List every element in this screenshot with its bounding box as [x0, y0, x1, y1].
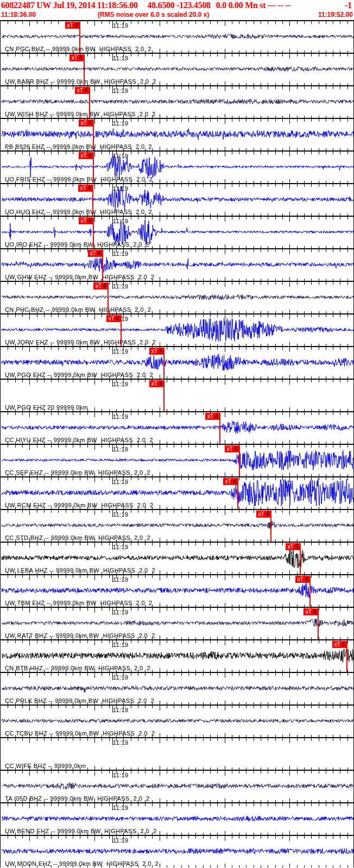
trace-row[interactable]: 11:19xT 4UW WISH BHZ -- 99999.0km BW HIG…	[1, 85, 353, 118]
pick-flag[interactable]: xT 4	[75, 87, 90, 94]
trace-row[interactable]: 11:19xT 4UW BABR BHZ -- 99999.0km BW HIG…	[1, 53, 353, 85]
ruler-tick	[94, 380, 95, 385]
ruler-tick	[22, 738, 23, 741]
ruler-tick	[340, 738, 340, 741]
pick-flag[interactable]: xT 4	[79, 152, 93, 159]
ruler-tick	[109, 380, 110, 382]
minute-label: 11:19	[113, 283, 128, 290]
trace-row[interactable]: 11:19xT 4UO IRO EHZ -- 99999.0km BW HIGH…	[1, 216, 353, 248]
trace-row[interactable]: 11:19CC WIFE BHZ -- 99999.0km	[1, 737, 353, 770]
window-end-time: 11:19:52.00	[318, 10, 353, 19]
trace-row[interactable]: 11:19xT 4UO HUO EHZ -- 99999.0km BW HIGH…	[1, 183, 353, 216]
ruler-tick	[94, 407, 95, 411]
minute-label: 11:19	[113, 641, 128, 648]
pick-flag[interactable]: xT 4	[225, 445, 239, 452]
trace-row[interactable]: 11:19UW MOON EHZ -- 99999.0km BW HIGHPAS…	[1, 835, 353, 867]
ruler-tick	[210, 380, 211, 382]
event-depth-mag: 0.0 0.00 Mn st --- -- --	[216, 1, 291, 10]
pick-flag[interactable]: xT 4	[78, 185, 93, 192]
pick-flag[interactable]: xT 4	[65, 22, 80, 29]
pick-flag[interactable]: xT 4	[149, 380, 164, 387]
minute-label: 11:19	[113, 479, 128, 485]
ruler-tick	[254, 738, 254, 741]
trace-row[interactable]: 11:19xT 4UW PGO EHZ -- 99999.0km BW HIGH…	[1, 346, 353, 379]
trace-row[interactable]: 11:19CC PRLK BHZ -- 99999.0km BW HIGHPAS…	[1, 672, 353, 705]
pick-flag[interactable]: xT 4	[256, 511, 271, 518]
minute-label: 11:19	[113, 804, 128, 811]
ruler-tick	[239, 380, 239, 382]
pick-flag[interactable]: xT 4	[286, 543, 300, 550]
minute-label: 11:19	[113, 544, 128, 550]
ruler-tick	[174, 738, 174, 741]
station-label: UW BABR BHZ -- 99999.0km BW HIGHPASS 2.0…	[5, 78, 156, 85]
station-label: UO IRO EHZ -- 99999.0km BW HIGHPASS 2.0 …	[5, 241, 149, 248]
ruler-tick	[15, 380, 16, 382]
pick-flag[interactable]: xT 4	[149, 348, 164, 355]
trace-row[interactable]: 11:19xT 4UW RATT BHZ -- 99999.0km BW HIG…	[1, 607, 353, 639]
ruler-tick	[254, 380, 254, 382]
trace-row[interactable]: 11:19xT 4CN PHC BHZ -- 99999.0km BW HIGH…	[1, 281, 353, 313]
trace-row[interactable]: 11:19xT 4UW JORV EHZ -- 99999.0km BW HIG…	[1, 313, 353, 346]
ruler-tick	[58, 738, 59, 741]
pick-flag-scale: 4	[304, 576, 308, 582]
ruler-tick	[261, 380, 261, 382]
minute-label: 11:19	[113, 250, 128, 257]
ruler-tick	[326, 738, 326, 741]
pick-flag[interactable]: xT 4	[304, 608, 318, 615]
minute-label: 11:19	[113, 576, 128, 583]
trace-row[interactable]: 11:19TA I05D BHZ -- 99999.0km BW HIGHPAS…	[1, 770, 353, 802]
pick-flag-scale: 4	[87, 153, 91, 159]
pick-flag[interactable]: xT 4	[106, 315, 121, 322]
station-label: UW RATT BHZ -- 99999.0km BW HIGHPASS 2.0…	[5, 632, 155, 639]
pick-flag[interactable]: xT 4	[332, 641, 347, 648]
trace-row[interactable]: 11:19xT 4PB B926 EHZ -- 99999.0km BW HIG…	[1, 118, 353, 150]
pick-flag[interactable]: xT 4	[69, 54, 84, 61]
ruler-tick	[347, 738, 348, 741]
pick-flag[interactable]: xT 4	[79, 217, 93, 224]
trace-row[interactable]: 11:19xT 4UW PGO EHZ 20 99999.0km	[1, 379, 353, 411]
pick-flag-scale: 4	[86, 185, 91, 191]
ruler-tick	[160, 766, 160, 770]
pick-flag[interactable]: xT 4	[295, 576, 310, 583]
pick-flag[interactable]: xT 4	[93, 282, 108, 290]
trace-row[interactable]: 11:19CC TCBU BHZ -- 99999.0km BW HIGHPAS…	[1, 705, 353, 737]
pick-flag-scale: 4	[87, 120, 91, 126]
station-label: UW LEBA HHZ -- 99999.0km BW HIGHPASS 2.0…	[5, 567, 155, 574]
trace-row[interactable]: 11:19xT 4UW TBM EHZ -- 99999.0km BW HIGH…	[1, 574, 353, 607]
ruler-tick	[66, 380, 66, 382]
minute-label: 11:19	[113, 739, 128, 746]
pick-flag[interactable]: xT 4	[79, 119, 93, 127]
trace-row[interactable]: 11:19xT 4UW GHW EHZ -- 99999.0km BW HIGH…	[1, 248, 353, 281]
ruler-tick	[297, 738, 298, 741]
trace-row[interactable]: 11:19xT 4CC STD BHZ -- 99999.0km BW HIGH…	[1, 509, 353, 542]
station-label: CC PRLK BHZ -- 99999.0km BW HIGHPASS 2.0…	[5, 697, 154, 704]
trace-row[interactable]: 11:19xT 4UW RCM EHZ -- 99999.0km BW HIGH…	[1, 476, 353, 509]
pick-flag-scale: 4	[312, 609, 316, 615]
window-start-time: 11:18:36.00	[1, 10, 36, 19]
station-label: UO HUO EHZ -- 99999.0km BW HIGHPASS 2.0 …	[5, 209, 152, 215]
ruler-tick	[102, 380, 102, 382]
pick-flag[interactable]: xT 4	[205, 413, 220, 420]
ruler-tick	[94, 766, 95, 770]
trace-row[interactable]: 11:19xT 4CN BTB HHZ -- 99999.0km BW HIGH…	[1, 639, 353, 672]
ruler-tick	[94, 738, 95, 743]
pick-flag[interactable]: xT 4	[88, 250, 103, 257]
trace-row[interactable]: 11:19xT 4UO FRIS EHZ -- 99999.0km BW HIG…	[1, 150, 353, 183]
ruler-tick	[275, 380, 276, 382]
ruler-tick	[102, 738, 102, 741]
station-label: CC SEP EHZ -- 99999.0km BW HIGHPASS 2.0 …	[5, 469, 150, 476]
station-label: UW WISH BHZ -- 99999.0km BW HIGHPASS 2.0…	[5, 111, 156, 117]
trace-row[interactable]: 11:19xT 4CN PGC BHZ -- 99999.0km BW HIGH…	[1, 20, 353, 53]
pick-flag-prefix: xT	[96, 283, 102, 289]
ruler-tick	[8, 738, 8, 741]
station-label: UW RCM EHZ -- 99999.0km BW HIGHPASS 2.0 …	[5, 502, 154, 508]
trace-row[interactable]: 11:19xT 4CC SEP EHZ -- 99999.0km BW HIGH…	[1, 444, 353, 476]
trace-row[interactable]: 11:19xT 4UW LEBA HHZ -- 99999.0km BW HIG…	[1, 542, 353, 574]
ruler-tick	[297, 380, 298, 382]
trace-row[interactable]: 11:19UW BEND EHZ -- 99999.0km BW HIGHPAS…	[1, 802, 353, 835]
pick-flag-scale: 4	[157, 381, 162, 387]
pick-flag[interactable]: xT 4	[223, 478, 238, 485]
minute-label: 11:19	[113, 511, 128, 518]
trace-row[interactable]: 11:19xT 4CC HIYU EHZ -- 99999.0km BW HIG…	[1, 411, 353, 444]
ruler-tick	[73, 380, 73, 382]
